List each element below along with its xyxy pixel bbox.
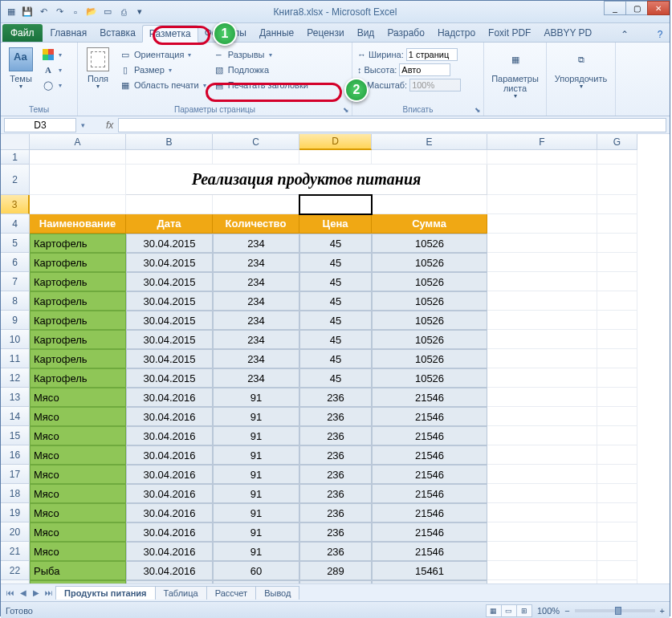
- ribbon-minimize-icon[interactable]: ⌃: [617, 27, 632, 42]
- qat-save-icon[interactable]: 💾: [20, 5, 35, 19]
- cell[interactable]: 30.04.2015: [126, 253, 213, 272]
- cell[interactable]: 10526: [372, 368, 487, 388]
- cell[interactable]: [597, 195, 637, 214]
- cell[interactable]: [597, 349, 637, 368]
- qat-open-icon[interactable]: 📂: [84, 5, 99, 19]
- cell[interactable]: 45: [299, 253, 372, 272]
- cell[interactable]: 15461: [372, 561, 487, 580]
- table-row[interactable]: Картофель: [30, 330, 126, 349]
- namebox-dropdown-icon[interactable]: ▾: [81, 121, 85, 129]
- cell[interactable]: 30.04.2016: [126, 445, 213, 465]
- cell[interactable]: [597, 330, 637, 349]
- cell[interactable]: [487, 465, 597, 484]
- formula-bar[interactable]: [118, 118, 666, 132]
- cell[interactable]: 30.04.2015: [126, 311, 213, 330]
- cell[interactable]: [299, 150, 372, 165]
- cell[interactable]: [487, 330, 597, 349]
- col-header-B[interactable]: B: [126, 134, 213, 150]
- cell[interactable]: 234: [213, 349, 299, 368]
- cell[interactable]: [597, 465, 637, 484]
- cell[interactable]: [372, 195, 487, 214]
- tab-addins[interactable]: Надстро: [431, 24, 482, 42]
- cell[interactable]: 21546: [372, 542, 487, 561]
- table-row[interactable]: Картофель: [30, 272, 126, 291]
- zoom-out-button[interactable]: −: [564, 606, 569, 616]
- cell[interactable]: [487, 503, 597, 522]
- row-header-4[interactable]: 4: [1, 214, 30, 234]
- zoom-slider[interactable]: [575, 609, 655, 612]
- table-row[interactable]: Мясо: [30, 407, 126, 426]
- table-row[interactable]: Мясо: [30, 542, 126, 561]
- row-header-22[interactable]: 22: [1, 561, 30, 580]
- sheet-tab-2[interactable]: Таблица: [155, 586, 207, 600]
- cell[interactable]: 236: [299, 542, 372, 561]
- table-header[interactable]: Дата: [126, 214, 213, 234]
- cell[interactable]: 91: [213, 542, 299, 561]
- cell[interactable]: [597, 561, 637, 580]
- cell[interactable]: 10526: [372, 311, 487, 330]
- worksheet-grid[interactable]: A B C D E F G 12345678910111213141516171…: [1, 134, 670, 583]
- cell[interactable]: 30.04.2016: [126, 503, 213, 522]
- table-row[interactable]: Мясо: [30, 426, 126, 445]
- cell[interactable]: 91: [213, 522, 299, 542]
- row-header-3[interactable]: 3: [1, 195, 30, 214]
- cell[interactable]: 30.04.2016: [126, 522, 213, 542]
- cell[interactable]: [487, 150, 597, 165]
- table-row[interactable]: Рыба: [30, 580, 126, 583]
- table-header[interactable]: Цена: [299, 214, 372, 234]
- tab-file[interactable]: Файл: [2, 24, 43, 42]
- scale-dialog-launcher[interactable]: ⬊: [472, 104, 483, 115]
- cell[interactable]: 10526: [372, 291, 487, 311]
- tab-insert[interactable]: Вставка: [93, 24, 142, 42]
- cell[interactable]: [597, 445, 637, 465]
- row-header-10[interactable]: 10: [1, 330, 30, 349]
- cell[interactable]: 10526: [372, 272, 487, 291]
- arrange-button[interactable]: ⧉ Упорядочить ▾: [550, 44, 612, 116]
- tab-review[interactable]: Рецензи: [300, 24, 350, 42]
- cell[interactable]: 45: [299, 311, 372, 330]
- cell[interactable]: 236: [299, 426, 372, 445]
- col-header-D[interactable]: D: [299, 134, 372, 150]
- cell[interactable]: 15461: [372, 580, 487, 583]
- cell[interactable]: [487, 445, 597, 465]
- cell[interactable]: 91: [213, 426, 299, 445]
- table-row[interactable]: Картофель: [30, 368, 126, 388]
- row-header-16[interactable]: 16: [1, 445, 30, 465]
- cell[interactable]: [597, 291, 637, 311]
- table-row[interactable]: Мясо: [30, 465, 126, 484]
- cell[interactable]: 30.04.2016: [126, 561, 213, 580]
- zoom-level[interactable]: 100%: [537, 606, 560, 616]
- cell[interactable]: [597, 368, 637, 388]
- cell[interactable]: 45: [299, 234, 372, 253]
- cell[interactable]: 21546: [372, 522, 487, 542]
- qat-new-icon[interactable]: ▫: [68, 5, 83, 19]
- tab-view[interactable]: Вид: [351, 24, 381, 42]
- cell[interactable]: 30.04.2016: [126, 465, 213, 484]
- qat-undo-icon[interactable]: ↶: [36, 5, 51, 19]
- cell[interactable]: [213, 150, 299, 165]
- cell[interactable]: 91: [213, 503, 299, 522]
- print-area-button[interactable]: ▦Область печати: [116, 78, 209, 92]
- cell[interactable]: [487, 388, 597, 407]
- sheet-nav-last-icon[interactable]: ⏭: [43, 587, 55, 600]
- view-page-layout-icon[interactable]: ▭: [501, 604, 517, 617]
- cell[interactable]: 234: [213, 368, 299, 388]
- help-icon[interactable]: ?: [653, 27, 667, 42]
- row-header-13[interactable]: 13: [1, 388, 30, 407]
- cell[interactable]: [30, 150, 126, 165]
- cell[interactable]: [487, 272, 597, 291]
- table-row[interactable]: Картофель: [30, 349, 126, 368]
- sheet-tab-1[interactable]: Продукты питания: [55, 586, 156, 600]
- cell[interactable]: [597, 426, 637, 445]
- page-setup-dialog-launcher[interactable]: ⬊: [340, 104, 351, 115]
- row-header-19[interactable]: 19: [1, 503, 30, 522]
- select-all-button[interactable]: [1, 134, 30, 150]
- row-header-2[interactable]: 2: [1, 165, 30, 195]
- cell[interactable]: 30.04.2016: [126, 542, 213, 561]
- row-header-5[interactable]: 5: [1, 234, 30, 253]
- cell[interactable]: 10526: [372, 330, 487, 349]
- cell[interactable]: 45: [299, 368, 372, 388]
- row-header-17[interactable]: 17: [1, 465, 30, 484]
- cell[interactable]: [487, 214, 597, 234]
- qat-more-icon[interactable]: ▾: [132, 5, 147, 19]
